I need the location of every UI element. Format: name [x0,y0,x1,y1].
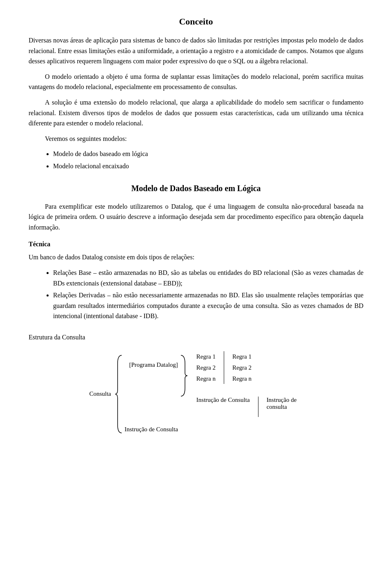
regra-2-col2: Regra 2 [232,362,252,373]
regra-n-col2: Regra n [232,373,252,384]
page-title: Conceito [29,16,363,27]
regra-1-col1: Regra 1 [196,351,216,362]
regra-n-col1: Regra n [196,373,216,384]
veremos-text: Veremos os seguintes modelos: [45,134,363,144]
paragraph-3: A solução é uma extensão do modelo relac… [29,97,363,129]
tecnica-label: Técnica [29,241,363,248]
tecnica-p1: Um banco de dados Datalog consiste em do… [29,252,363,263]
paragraph-1: Diversas novas áreas de aplicação para s… [29,35,363,67]
separator-1 [224,351,224,384]
section2-p1: Para exemplificar este modelo utilizarem… [29,201,363,233]
regras-col2: Regra 1 Regra 2 Regra n [226,351,258,384]
page: Conceito Diversas novas áreas de aplicaç… [0,0,392,573]
consulta-label: Consulta [89,390,111,397]
tecnica-bullet-1: Relações Base – estão armazenadas no BD,… [53,268,363,288]
separator-2 [258,397,258,417]
regras-col1: Regra 1 Regra 2 Regra n [190,351,222,384]
programa-datalog-label: [Programa Datalog] [129,361,178,368]
instrucao-consulta-label: Instrução de Consulta [125,426,178,433]
left-brace-icon [114,353,122,435]
section-title: Modelo de Dados Baseado em Lógica [29,184,363,193]
instrucao-col2-block: Instrução deconsulta [261,397,303,410]
bullet-item-1: Modelo de dados baseado em lógica [53,149,363,159]
instrucao-col1-text: Instrução de Consulta [196,397,250,403]
diagram: Consulta [Programa Datalog] Instrução de… [29,349,363,439]
instrucao-col2-text: Instrução deconsulta [267,397,297,410]
paragraph-2: O modelo orientado a objeto é uma forma … [29,71,363,92]
regra-2-col1: Regra 2 [196,362,216,373]
tecnica-bullet-list: Relações Base – estão armazenadas no BD,… [53,268,363,321]
estrutura-label: Estrutura da Consulta [29,334,363,341]
tecnica-bullet-2: Relações Derivadas – não estão necessari… [53,290,363,321]
bullet-list-models: Modelo de dados baseado em lógica Modelo… [53,149,363,171]
right-brace-programa-icon [180,353,188,398]
bullet-item-2: Modelo relacional encaixado [53,161,363,172]
regra-1-col2: Regra 1 [232,351,252,362]
instrucao-col1-block: Instrução de Consulta [190,397,256,404]
